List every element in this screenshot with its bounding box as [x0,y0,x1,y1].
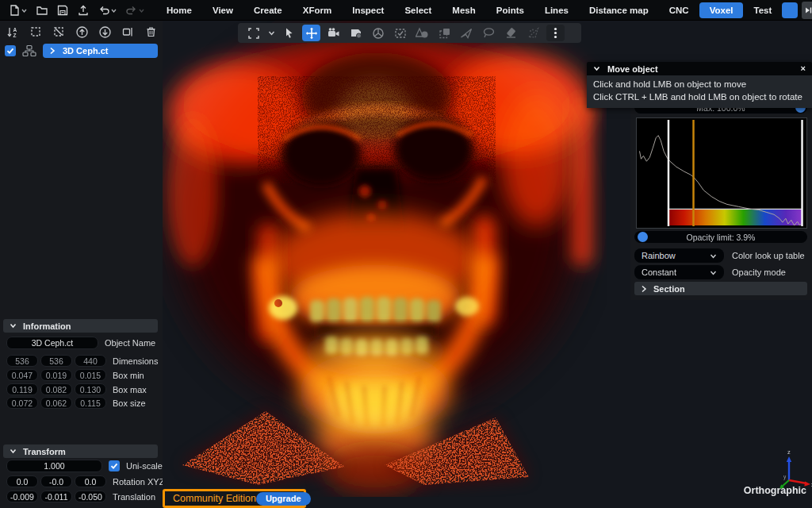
information-section-header[interactable]: Information [3,319,158,333]
lasso-select-button[interactable] [480,25,498,41]
svg-text:Z: Z [13,32,16,37]
chevron-down-icon [593,65,600,72]
box-size-label: Box size [113,398,146,408]
move-up-button[interactable] [74,24,90,40]
chevron-right-icon [49,47,56,55]
box-size-y-field[interactable]: 0.062 [40,397,72,409]
slice-button[interactable] [458,25,476,41]
box-max-z-field[interactable]: 0.130 [75,383,106,395]
redo-button[interactable] [124,2,147,19]
dimension-y-field[interactable]: 536 [40,355,72,367]
scale-field[interactable]: 1.000 [6,460,102,472]
primitives-button[interactable] [413,25,431,41]
tree-item-3d-ceph[interactable]: 3D Ceph.ct [43,44,158,58]
opacity-slider-label: Opacity limit: 3.9% [687,233,756,242]
close-icon[interactable]: × [801,62,806,75]
section-header[interactable]: Section [634,282,807,295]
duplicate-button[interactable] [435,25,454,41]
translation-x-field[interactable]: -0.009 [6,491,38,502]
select-none-icon [52,25,65,38]
box-max-x-field[interactable]: 0.119 [6,383,38,395]
tab-lines[interactable]: Lines [534,2,579,18]
file-menu-button[interactable] [6,2,29,19]
uniscale-checkbox[interactable] [109,460,120,471]
box-max-y-field[interactable]: 0.082 [40,383,72,395]
tab-select[interactable]: Select [394,2,442,18]
tab-inspect[interactable]: Inspect [342,2,394,18]
information-title: Information [23,321,71,331]
tab-view[interactable]: View [202,2,243,18]
translation-y-field[interactable]: -0.011 [40,491,72,502]
export-button[interactable] [75,2,91,19]
paint-select-button[interactable] [524,25,542,41]
move-object-popup-header[interactable]: Move object × [587,62,812,75]
visibility-checkbox[interactable] [5,45,16,56]
tab-create[interactable]: Create [243,2,293,18]
chevron-down-icon [10,448,17,455]
rotation-label: Rotation XYZ [113,477,164,487]
scroll-tabs-right-button[interactable] [802,2,812,19]
box-min-y-field[interactable]: 0.019 [40,369,72,381]
delete-icon [145,25,157,38]
rotation-x-field[interactable]: 0.0 [6,475,38,487]
marquee-select-button[interactable] [391,25,409,41]
upgrade-button[interactable]: Upgrade [256,492,311,506]
scroll-tabs-right-icon [803,6,812,15]
sort-button[interactable]: AZ [5,24,21,40]
fit-view-dropdown[interactable] [266,29,276,37]
orbit-button[interactable] [369,25,387,41]
open-button[interactable] [34,2,50,19]
tab-xform[interactable]: XForm [293,2,342,18]
camera-button[interactable] [324,25,343,41]
lut-label: Color look up table [732,251,805,260]
svg-text:A: A [13,26,17,32]
tab-home[interactable]: Home [156,2,202,18]
box-size-x-field[interactable]: 0.072 [6,397,38,409]
lut-dropdown[interactable]: Rainbow [634,248,724,263]
rename-button[interactable] [120,24,136,40]
section-title: Section [653,284,685,294]
chevron-down-icon [21,4,28,17]
box-min-z-field[interactable]: 0.015 [75,369,106,381]
box-size-z-field[interactable]: 0.115 [75,397,106,409]
select-cursor-button[interactable] [280,25,298,41]
move-object-button[interactable] [302,25,320,41]
move-down-button[interactable] [97,24,113,40]
tab-distance-map[interactable]: Distance map [579,2,659,18]
rotation-z-field[interactable]: 0.0 [75,475,106,487]
transform-section-header[interactable]: Transform [3,444,158,458]
dimension-z-field[interactable]: 440 [75,355,106,367]
save-button[interactable] [55,2,71,19]
marquee-select-icon [394,27,407,40]
tab-points[interactable]: Points [486,2,534,18]
undo-button[interactable] [96,2,119,19]
tab-test[interactable]: Test [743,2,782,18]
box-min-x-field[interactable]: 0.047 [6,369,38,381]
move-object-popup-title: Move object [607,64,658,74]
clipped-tab-fragment[interactable] [782,2,798,18]
rotation-y-field[interactable]: -0.0 [40,475,72,487]
object-name-field[interactable]: 3D Ceph.ct [6,337,98,349]
move-icon [305,27,318,40]
opacity-slider-handle[interactable] [638,232,648,242]
lasso-icon [482,27,496,39]
delete-button[interactable] [143,24,159,40]
clip-settings-button[interactable] [347,25,365,41]
select-none-button[interactable] [51,24,67,40]
translation-z-field[interactable]: -0.050 [75,491,106,502]
chevron-down-icon [138,4,145,17]
more-options-button[interactable] [546,25,565,41]
select-all-button[interactable] [28,24,44,40]
fit-view-button[interactable] [244,25,262,41]
tab-cnc[interactable]: CNC [659,2,699,18]
license-label: Community Edition [173,493,256,504]
histogram-widget[interactable] [636,117,807,229]
eraser-button[interactable] [502,25,520,41]
tab-voxel[interactable]: Voxel [699,2,744,18]
tab-mesh[interactable]: Mesh [442,2,485,18]
viewport-3d-canvas[interactable]: Max: 100.0% Opacity limit: 3.9% [163,21,812,508]
opacity-mode-dropdown[interactable]: Constant [634,265,724,279]
opacity-limit-slider[interactable]: Opacity limit: 3.9% [634,231,807,243]
dimension-x-field[interactable]: 536 [6,355,38,367]
paint-select-icon [527,27,540,39]
